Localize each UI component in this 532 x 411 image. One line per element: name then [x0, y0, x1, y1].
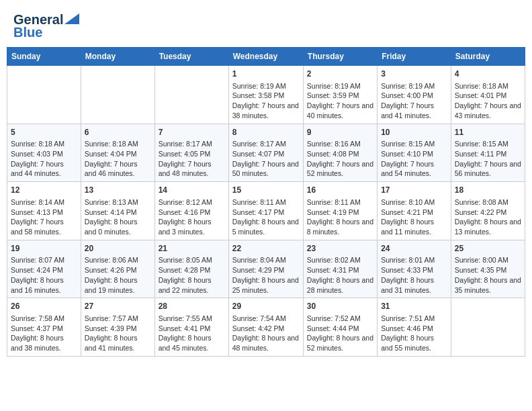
page-container: General Blue SundayMondayTuesdayWednesda… — [7, 7, 525, 357]
sunrise-text: Sunrise: 8:15 AM — [381, 139, 447, 149]
calendar-cell: 27Sunrise: 7:57 AMSunset: 4:39 PMDayligh… — [81, 298, 154, 357]
calendar-cell: 16Sunrise: 8:11 AMSunset: 4:19 PMDayligh… — [303, 182, 377, 240]
sunrise-text: Sunrise: 7:57 AM — [85, 314, 151, 324]
sunset-text: Sunset: 4:17 PM — [232, 208, 300, 218]
calendar-cell: 3Sunrise: 8:19 AMSunset: 4:00 PMDaylight… — [378, 66, 451, 124]
sunset-text: Sunset: 4:26 PM — [85, 265, 151, 275]
sunrise-text: Sunrise: 8:01 AM — [381, 255, 447, 265]
sunset-text: Sunset: 4:33 PM — [381, 265, 447, 275]
day-number: 20 — [85, 243, 151, 255]
calendar-cell: 31Sunrise: 7:51 AMSunset: 4:46 PMDayligh… — [378, 298, 451, 357]
calendar-cell: 10Sunrise: 8:15 AMSunset: 4:10 PMDayligh… — [378, 124, 451, 182]
day-header-monday: Monday — [81, 48, 154, 66]
sunset-text: Sunset: 4:29 PM — [232, 265, 300, 275]
daylight-text: Daylight: 8 hours and 38 minutes. — [11, 333, 77, 353]
calendar-cell: 29Sunrise: 7:54 AMSunset: 4:42 PMDayligh… — [228, 298, 303, 357]
calendar-cell: 1Sunrise: 8:19 AMSunset: 3:58 PMDaylight… — [228, 66, 303, 124]
calendar-cell: 9Sunrise: 8:16 AMSunset: 4:08 PMDaylight… — [303, 124, 377, 182]
day-number: 6 — [85, 127, 151, 138]
daylight-text: Daylight: 8 hours and 22 minutes. — [159, 275, 225, 295]
daylight-text: Daylight: 8 hours and 8 minutes. — [307, 217, 373, 236]
calendar-cell: 5Sunrise: 8:18 AMSunset: 4:03 PMDaylight… — [7, 124, 81, 182]
sunset-text: Sunset: 4:01 PM — [455, 91, 521, 101]
calendar-cell: 15Sunrise: 8:11 AMSunset: 4:17 PMDayligh… — [228, 182, 303, 240]
sunset-text: Sunset: 4:00 PM — [381, 91, 447, 101]
calendar-cell — [7, 66, 81, 124]
daylight-text: Daylight: 8 hours and 28 minutes. — [307, 275, 373, 295]
daylight-text: Daylight: 7 hours and 38 minutes. — [232, 101, 300, 120]
sunrise-text: Sunrise: 7:52 AM — [307, 314, 373, 324]
daylight-text: Daylight: 8 hours and 5 minutes. — [232, 217, 300, 236]
sunset-text: Sunset: 4:14 PM — [85, 208, 151, 218]
sunrise-text: Sunrise: 8:19 AM — [381, 81, 447, 91]
calendar-cell: 13Sunrise: 8:13 AMSunset: 4:14 PMDayligh… — [81, 182, 154, 240]
sunrise-text: Sunrise: 8:15 AM — [455, 139, 521, 149]
calendar-cell: 30Sunrise: 7:52 AMSunset: 4:44 PMDayligh… — [303, 298, 377, 357]
daylight-text: Daylight: 7 hours and 54 minutes. — [381, 159, 447, 179]
daylight-text: Daylight: 8 hours and 52 minutes. — [307, 333, 373, 353]
day-number: 23 — [307, 243, 373, 255]
daylight-text: Daylight: 8 hours and 48 minutes. — [232, 333, 300, 353]
sunrise-text: Sunrise: 8:08 AM — [455, 197, 521, 208]
sunset-text: Sunset: 4:21 PM — [381, 208, 447, 218]
calendar-cell: 18Sunrise: 8:08 AMSunset: 4:22 PMDayligh… — [451, 182, 525, 240]
sunrise-text: Sunrise: 8:02 AM — [307, 255, 373, 265]
calendar-cell: 11Sunrise: 8:15 AMSunset: 4:11 PMDayligh… — [451, 124, 525, 182]
day-number: 26 — [11, 301, 77, 312]
day-number: 30 — [307, 301, 373, 312]
calendar-cell: 23Sunrise: 8:02 AMSunset: 4:31 PMDayligh… — [303, 240, 377, 298]
sunset-text: Sunset: 4:16 PM — [159, 208, 225, 218]
daylight-text: Daylight: 8 hours and 55 minutes. — [381, 333, 447, 353]
day-number: 19 — [11, 243, 77, 255]
calendar-cell: 20Sunrise: 8:06 AMSunset: 4:26 PMDayligh… — [81, 240, 154, 298]
svg-marker-0 — [64, 13, 79, 24]
sunrise-text: Sunrise: 8:17 AM — [159, 139, 225, 149]
week-row-4: 19Sunrise: 8:07 AMSunset: 4:24 PMDayligh… — [7, 240, 525, 298]
day-number: 8 — [232, 127, 300, 138]
sunrise-text: Sunrise: 8:19 AM — [232, 81, 300, 91]
daylight-text: Daylight: 7 hours and 56 minutes. — [455, 159, 521, 179]
calendar-cell — [154, 66, 228, 124]
day-header-wednesday: Wednesday — [228, 48, 303, 66]
day-number: 13 — [85, 185, 151, 196]
sunset-text: Sunset: 4:08 PM — [307, 149, 373, 159]
sunrise-text: Sunrise: 8:16 AM — [307, 139, 373, 149]
sunset-text: Sunset: 4:41 PM — [159, 324, 225, 334]
day-number: 1 — [232, 68, 300, 80]
calendar-cell: 19Sunrise: 8:07 AMSunset: 4:24 PMDayligh… — [7, 240, 81, 298]
daylight-text: Daylight: 7 hours and 40 minutes. — [307, 101, 373, 120]
calendar-cell: 2Sunrise: 8:19 AMSunset: 3:59 PMDaylight… — [303, 66, 377, 124]
daylight-text: Daylight: 8 hours and 35 minutes. — [455, 275, 521, 295]
day-number: 16 — [307, 185, 373, 196]
daylight-text: Daylight: 8 hours and 3 minutes. — [159, 217, 225, 236]
logo-icon — [64, 13, 79, 24]
sunrise-text: Sunrise: 8:00 AM — [455, 255, 521, 265]
sunset-text: Sunset: 4:46 PM — [381, 324, 447, 334]
week-row-2: 5Sunrise: 8:18 AMSunset: 4:03 PMDaylight… — [7, 124, 525, 182]
sunset-text: Sunset: 4:44 PM — [307, 324, 373, 334]
sunrise-text: Sunrise: 7:54 AM — [232, 314, 300, 324]
daylight-text: Daylight: 8 hours and 11 minutes. — [381, 217, 447, 236]
calendar-cell: 17Sunrise: 8:10 AMSunset: 4:21 PMDayligh… — [378, 182, 451, 240]
daylight-text: Daylight: 8 hours and 25 minutes. — [232, 275, 300, 295]
calendar-cell: 25Sunrise: 8:00 AMSunset: 4:35 PMDayligh… — [451, 240, 525, 298]
calendar-cell: 21Sunrise: 8:05 AMSunset: 4:28 PMDayligh… — [154, 240, 228, 298]
daylight-text: Daylight: 8 hours and 16 minutes. — [11, 275, 77, 295]
sunset-text: Sunset: 4:13 PM — [11, 208, 77, 218]
sunrise-text: Sunrise: 8:17 AM — [232, 139, 300, 149]
day-number: 29 — [232, 301, 300, 312]
day-number: 7 — [159, 127, 225, 138]
calendar-cell: 26Sunrise: 7:58 AMSunset: 4:37 PMDayligh… — [7, 298, 81, 357]
calendar-cell: 24Sunrise: 8:01 AMSunset: 4:33 PMDayligh… — [378, 240, 451, 298]
week-row-3: 12Sunrise: 8:14 AMSunset: 4:13 PMDayligh… — [7, 182, 525, 240]
sunrise-text: Sunrise: 7:55 AM — [159, 314, 225, 324]
sunrise-text: Sunrise: 8:18 AM — [11, 139, 77, 149]
daylight-text: Daylight: 8 hours and 0 minutes. — [85, 217, 151, 236]
daylight-text: Daylight: 8 hours and 45 minutes. — [159, 333, 225, 353]
sunset-text: Sunset: 3:59 PM — [307, 91, 373, 101]
sunset-text: Sunset: 4:24 PM — [11, 265, 77, 275]
sunset-text: Sunset: 4:42 PM — [232, 324, 300, 334]
sunrise-text: Sunrise: 8:10 AM — [381, 197, 447, 208]
week-row-1: 1Sunrise: 8:19 AMSunset: 3:58 PMDaylight… — [7, 66, 525, 124]
day-number: 18 — [455, 185, 521, 196]
